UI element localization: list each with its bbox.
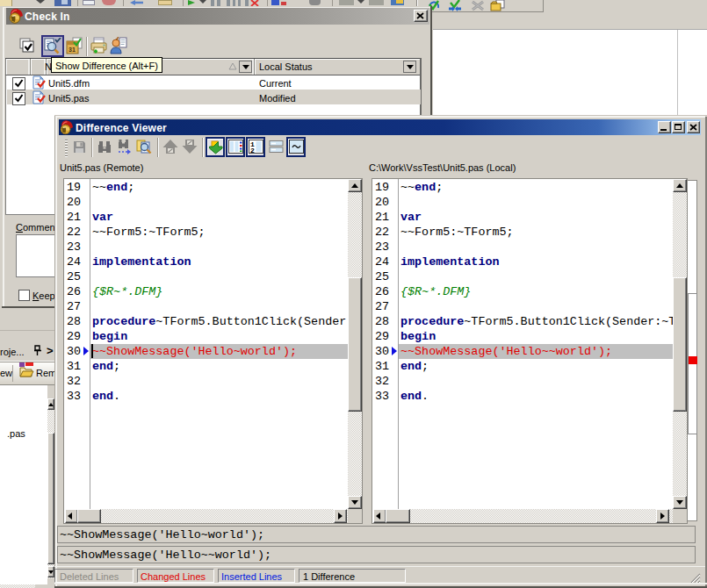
- svg-text:31: 31: [69, 47, 76, 53]
- svg-text:2: 2: [250, 147, 255, 154]
